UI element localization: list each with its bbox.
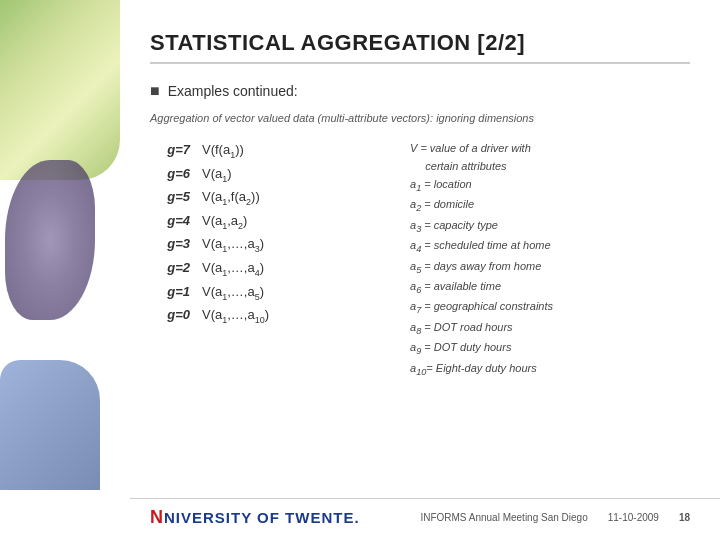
desc-item: a9 = DOT duty hours bbox=[410, 339, 553, 358]
desc-item: a7 = geographical constraints bbox=[410, 298, 553, 317]
footer-logo: NNIVERSITY OF TWENTE. bbox=[150, 507, 360, 528]
desc-item: a5 = days away from home bbox=[410, 258, 553, 277]
desc-header2: certain attributes bbox=[410, 158, 553, 175]
v-value: V(a1,a2) bbox=[202, 213, 247, 231]
desc-header: V = value of a driver with bbox=[410, 140, 553, 157]
table-row: g=4 V(a1,a2) bbox=[150, 211, 390, 233]
logo-n: N bbox=[150, 507, 164, 527]
sub-description: Aggregation of vector valued data (multi… bbox=[150, 112, 690, 124]
table-row: g=6 V(a1) bbox=[150, 164, 390, 186]
footer: NNIVERSITY OF TWENTE. INFORMS Annual Mee… bbox=[130, 498, 720, 528]
title-underline bbox=[150, 62, 690, 64]
g-value: g=7 bbox=[150, 142, 190, 157]
v-value: V(f(a1)) bbox=[202, 142, 244, 160]
table-row: g=1 V(a1,…,a5) bbox=[150, 282, 390, 304]
section-header: ■ Examples continued: bbox=[150, 82, 690, 100]
g-value: g=1 bbox=[150, 284, 190, 299]
gv-table: g=7 V(f(a1)) g=6 V(a1) g=5 V(a1,f(a2)) g… bbox=[150, 140, 390, 379]
main-content: STATISTICAL AGGREGATION [2/2] ■ Examples… bbox=[130, 0, 720, 540]
desc-item: a8 = DOT road hours bbox=[410, 319, 553, 338]
g-value: g=2 bbox=[150, 260, 190, 275]
v-value: V(a1,…,a4) bbox=[202, 260, 264, 278]
footer-conference: INFORMS Annual Meeting San Diego bbox=[420, 512, 587, 523]
desc-item: a6 = available time bbox=[410, 278, 553, 297]
section-bullet: ■ bbox=[150, 82, 160, 100]
table-row: g=5 V(a1,f(a2)) bbox=[150, 187, 390, 209]
desc-item: a10= Eight-day duty hours bbox=[410, 360, 553, 379]
page-title: STATISTICAL AGGREGATION [2/2] bbox=[150, 30, 690, 56]
v-value: V(a1,…,a3) bbox=[202, 236, 264, 254]
v-value: V(a1) bbox=[202, 166, 232, 184]
descriptions-column: V = value of a driver with certain attri… bbox=[410, 140, 553, 379]
table-row: g=0 V(a1,…,a10) bbox=[150, 305, 390, 327]
g-value: g=4 bbox=[150, 213, 190, 228]
footer-page: 18 bbox=[679, 512, 690, 523]
table-row: g=7 V(f(a1)) bbox=[150, 140, 390, 162]
section-label: Examples continued: bbox=[168, 83, 298, 99]
table-row: g=3 V(a1,…,a3) bbox=[150, 234, 390, 256]
v-value: V(a1,…,a5) bbox=[202, 284, 264, 302]
desc-item: a3 = capacity type bbox=[410, 217, 553, 236]
v-value: V(a1,…,a10) bbox=[202, 307, 269, 325]
content-grid: g=7 V(f(a1)) g=6 V(a1) g=5 V(a1,f(a2)) g… bbox=[150, 140, 690, 379]
desc-item: a1 = location bbox=[410, 176, 553, 195]
g-value: g=3 bbox=[150, 236, 190, 251]
footer-date: 11-10-2009 bbox=[608, 512, 659, 523]
footer-right: INFORMS Annual Meeting San Diego 11-10-2… bbox=[420, 512, 690, 523]
left-decoration bbox=[0, 0, 130, 540]
logo-rest: NIVERSITY OF TWENTE. bbox=[164, 509, 360, 526]
desc-item: a2 = domicile bbox=[410, 196, 553, 215]
deco-bottom bbox=[0, 360, 100, 490]
g-value: g=5 bbox=[150, 189, 190, 204]
table-row: g=2 V(a1,…,a4) bbox=[150, 258, 390, 280]
v-value: V(a1,f(a2)) bbox=[202, 189, 260, 207]
g-value: g=0 bbox=[150, 307, 190, 322]
deco-top bbox=[0, 0, 120, 180]
deco-mid bbox=[5, 160, 95, 320]
desc-item: a4 = scheduled time at home bbox=[410, 237, 553, 256]
g-value: g=6 bbox=[150, 166, 190, 181]
